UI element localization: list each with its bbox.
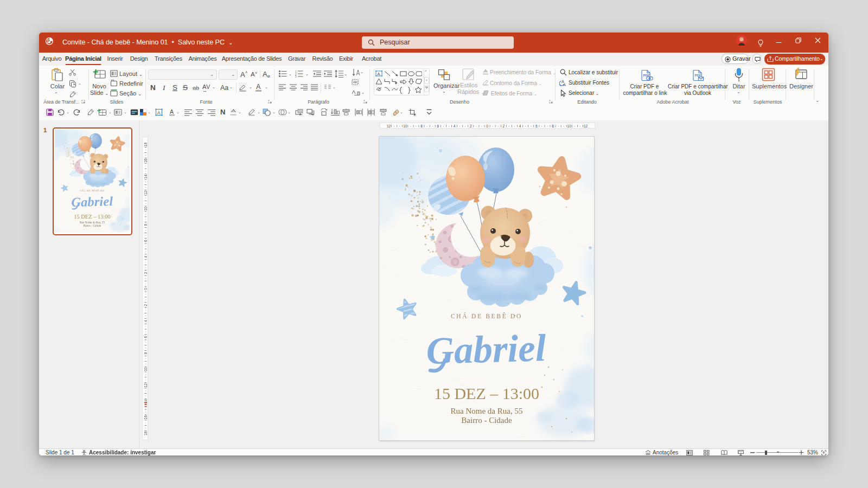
svg-text:10: 10 xyxy=(144,207,148,211)
svg-text:12: 12 xyxy=(144,190,148,195)
svg-text:12: 12 xyxy=(584,124,588,128)
svg-text:4: 4 xyxy=(144,320,148,322)
svg-text:8: 8 xyxy=(552,124,554,128)
svg-text:3: 3 xyxy=(295,75,297,78)
svg-text:2: 2 xyxy=(502,124,505,128)
svg-text:A: A xyxy=(157,110,161,115)
svg-text:10: 10 xyxy=(567,124,572,128)
svg-text:12: 12 xyxy=(144,383,148,388)
svg-text:16: 16 xyxy=(144,158,148,163)
svg-text:6: 6 xyxy=(437,124,439,128)
svg-text:8: 8 xyxy=(144,223,148,226)
svg-text:P: P xyxy=(48,39,50,43)
svg-text:6: 6 xyxy=(535,124,538,128)
svg-text:A: A xyxy=(170,108,174,115)
svg-text:8: 8 xyxy=(420,124,423,128)
svg-text:4: 4 xyxy=(519,124,521,128)
svg-text:16: 16 xyxy=(144,415,148,420)
svg-text:2: 2 xyxy=(144,304,148,306)
svg-text:2: 2 xyxy=(470,124,472,128)
svg-text:0: 0 xyxy=(144,288,148,290)
svg-text:10: 10 xyxy=(144,367,148,371)
svg-text:0: 0 xyxy=(486,124,488,128)
svg-text:4: 4 xyxy=(144,256,148,258)
svg-text:PDF: PDF xyxy=(695,74,701,77)
svg-text:10: 10 xyxy=(403,124,407,128)
svg-text:12: 12 xyxy=(387,124,391,128)
svg-text:4: 4 xyxy=(454,124,456,128)
svg-text:18: 18 xyxy=(144,143,148,147)
svg-text:18: 18 xyxy=(144,431,148,435)
svg-text:6: 6 xyxy=(144,336,148,338)
svg-text:2: 2 xyxy=(144,272,148,274)
svg-text:14: 14 xyxy=(144,175,148,179)
svg-text:6: 6 xyxy=(144,240,148,242)
svg-text:PDF: PDF xyxy=(643,74,650,77)
svg-text:8: 8 xyxy=(144,352,148,354)
svg-text:A: A xyxy=(377,72,380,76)
